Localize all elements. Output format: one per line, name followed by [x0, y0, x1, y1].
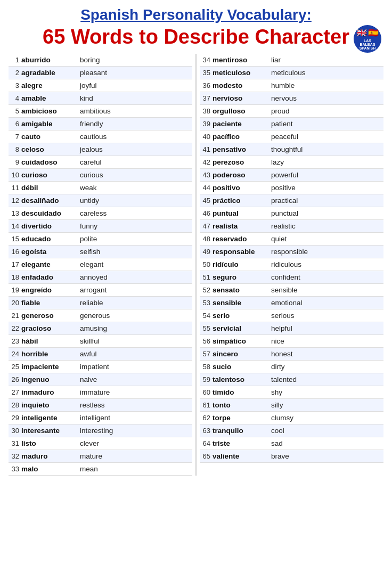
spanish-word: inmaduro [21, 388, 80, 396]
spanish-word: enfadado [21, 273, 80, 281]
english-word: awful [80, 350, 192, 358]
table-row: 22 gracioso amusing [9, 322, 192, 335]
table-row: 8 celoso jealous [9, 143, 192, 156]
row-number: 59 [200, 375, 213, 383]
spanish-word: mentiroso [213, 56, 271, 64]
english-word: patient [271, 120, 383, 128]
table-row: 21 generoso generous [9, 309, 192, 322]
brand-logo: 🇬🇧 🇪🇸 LAS BALBASSPANISH [352, 23, 383, 55]
row-number: 54 [200, 312, 213, 320]
spanish-word: meticuloso [213, 69, 271, 77]
spanish-word: pensativo [213, 145, 271, 153]
spanish-word: celoso [21, 145, 80, 153]
table-row: 52 sensato sensible [200, 284, 383, 297]
row-number: 25 [9, 363, 21, 371]
spanish-word: inquieto [21, 401, 80, 409]
english-word: untidy [80, 197, 192, 205]
table-row: 45 práctico practical [200, 194, 383, 207]
spanish-word: educado [21, 235, 80, 243]
row-number: 43 [200, 171, 213, 179]
row-number: 45 [200, 197, 213, 205]
row-number: 51 [200, 273, 213, 281]
english-word: sad [271, 439, 383, 447]
table-row: 26 ingenuo naive [9, 373, 192, 386]
row-number: 37 [200, 94, 213, 102]
spanish-word: paciente [213, 120, 271, 128]
table-row: 17 elegante elegant [9, 258, 192, 271]
row-number: 60 [200, 388, 213, 396]
english-word: restless [80, 401, 192, 409]
table-row: 46 puntual punctual [200, 207, 383, 220]
row-number: 3 [9, 81, 21, 89]
spanish-word: ingenuo [21, 375, 80, 383]
english-word: friendly [80, 120, 192, 128]
spanish-word: tranquilo [213, 427, 271, 435]
right-column-group: 34 mentiroso liar 35 meticuloso meticulo… [200, 54, 383, 476]
spanish-word: sensato [213, 286, 271, 294]
row-number: 62 [200, 414, 213, 422]
table-row: 48 reservado quiet [200, 233, 383, 246]
english-word: amusing [80, 324, 192, 332]
row-number: 17 [9, 260, 21, 268]
row-number: 9 [9, 158, 21, 166]
table-row: 41 pensativo thoughtful [200, 143, 383, 156]
spanish-word: responsable [213, 248, 271, 256]
spanish-word: torpe [213, 414, 271, 422]
table-row: 44 positivo positive [200, 182, 383, 194]
english-word: polite [80, 235, 192, 243]
row-number: 48 [200, 235, 213, 243]
english-word: nervous [271, 94, 383, 102]
table-row: 32 maduro mature [9, 450, 192, 463]
english-word: peaceful [271, 133, 383, 141]
english-word: talented [271, 375, 383, 383]
row-number: 50 [200, 260, 213, 268]
spanish-word: horrible [21, 350, 80, 358]
english-word: lazy [271, 158, 383, 166]
table-row: 31 listo clever [9, 437, 192, 450]
spanish-word: cuidadoso [21, 158, 80, 166]
spanish-word: sucio [213, 363, 271, 371]
english-word: reliable [80, 299, 192, 307]
english-word: clever [80, 439, 192, 447]
spanish-word: valiente [213, 452, 271, 460]
row-number: 4 [9, 94, 21, 102]
row-number: 12 [9, 197, 21, 205]
table-row: 10 curioso curious [9, 169, 192, 182]
spanish-word: amigable [21, 120, 80, 128]
table-row: 12 desaliñado untidy [9, 194, 192, 207]
row-number: 53 [200, 299, 213, 307]
english-word: confident [271, 273, 383, 281]
spanish-word: malo [21, 465, 80, 473]
column-divider [195, 54, 197, 476]
row-number: 58 [200, 363, 213, 371]
table-row: 42 perezoso lazy [200, 156, 383, 169]
table-row: 37 nervioso nervous [200, 92, 383, 105]
spanish-word: poderoso [213, 171, 271, 179]
spanish-word: nervioso [213, 94, 271, 102]
row-number: 19 [9, 286, 21, 294]
table-row: 39 paciente patient [200, 118, 383, 130]
row-number: 36 [200, 81, 213, 89]
spanish-word: puntual [213, 209, 271, 217]
english-word: funny [80, 222, 192, 230]
row-number: 55 [200, 324, 213, 332]
english-word: interesting [80, 427, 192, 435]
english-word: responsible [271, 248, 383, 256]
spanish-word: hábil [21, 337, 80, 345]
row-number: 10 [9, 171, 21, 179]
spanish-word: fiable [21, 299, 80, 307]
spanish-word: tímido [213, 388, 271, 396]
spanish-word: modesto [213, 81, 271, 89]
row-number: 34 [200, 56, 213, 64]
table-row: 61 tonto silly [200, 399, 383, 412]
table-row: 49 responsable responsible [200, 246, 383, 258]
table-row: 65 valiente brave [200, 450, 383, 463]
row-number: 49 [200, 248, 213, 256]
english-word: cool [271, 427, 383, 435]
spanish-word: perezoso [213, 158, 271, 166]
spanish-word: positivo [213, 184, 271, 192]
spanish-word: impaciente [21, 363, 80, 371]
spanish-word: triste [213, 439, 271, 447]
english-word: realistic [271, 222, 383, 230]
table-row: 27 inmaduro immature [9, 386, 192, 399]
